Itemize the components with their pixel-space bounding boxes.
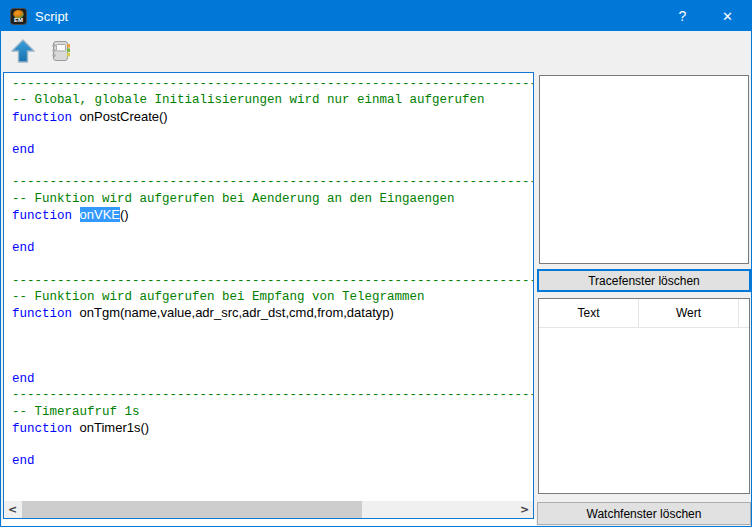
code-lines: ----------------------------------------… <box>4 73 533 501</box>
code-line: -- Funktion wird aufgerufen bei Aenderun… <box>12 191 533 207</box>
watch-column-wert[interactable]: Wert <box>639 299 739 327</box>
code-line <box>12 338 533 354</box>
code-line <box>12 322 533 338</box>
code-line <box>12 437 533 453</box>
scroll-left-icon[interactable]: < <box>4 501 21 518</box>
code-segment: () <box>120 207 129 222</box>
code-segment: end <box>12 454 35 468</box>
titlebar: EM Script ? ✕ <box>1 1 751 31</box>
horizontal-scrollbar[interactable]: < > <box>4 501 533 518</box>
code-line: -- Timeraufruf 1s <box>12 404 533 420</box>
code-segment: function <box>12 111 80 125</box>
code-line: ----------------------------------------… <box>12 174 533 190</box>
toolbar <box>1 31 751 71</box>
code-line: ----------------------------------------… <box>12 387 533 403</box>
save-button[interactable] <box>46 37 74 65</box>
script-window: EM Script ? ✕ <box>0 0 752 527</box>
clear-trace-button[interactable]: Tracefenster löschen <box>537 269 751 292</box>
bottom-strip <box>2 519 536 527</box>
code-line: ----------------------------------------… <box>12 273 533 289</box>
code-editor[interactable]: ----------------------------------------… <box>3 72 534 519</box>
code-line: ----------------------------------------… <box>12 76 533 92</box>
code-line: end <box>12 453 533 469</box>
code-segment: end <box>12 143 35 157</box>
notebook-save-icon <box>47 38 73 64</box>
code-segment: onPostCreate() <box>80 109 168 124</box>
code-line <box>12 125 533 141</box>
code-line: end <box>12 240 533 256</box>
close-icon[interactable]: ✕ <box>705 1 750 31</box>
clear-watch-button[interactable]: Watchfenster löschen <box>537 502 751 525</box>
code-segment: function <box>12 307 80 321</box>
watch-column-text[interactable]: Text <box>539 299 639 327</box>
window-title: Script <box>35 9 68 24</box>
code-line: function onTgm(name,value,adr_src,adr_ds… <box>12 305 533 321</box>
code-line <box>12 256 533 272</box>
selected-text: onVKE <box>80 207 120 222</box>
scrollbar-thumb[interactable] <box>22 501 362 518</box>
code-line: end <box>12 371 533 387</box>
help-button[interactable]: ? <box>660 1 705 31</box>
code-line <box>12 355 533 371</box>
code-segment: end <box>12 372 35 386</box>
code-line: end <box>12 142 533 158</box>
watch-window[interactable]: Text Wert <box>538 298 750 494</box>
app-logo-icon: EM <box>10 8 27 25</box>
code-line: -- Funktion wird aufgerufen bei Empfang … <box>12 289 533 305</box>
up-arrow-button[interactable] <box>9 37 37 65</box>
code-line <box>12 224 533 240</box>
code-segment: onTimer1s() <box>80 420 150 435</box>
code-segment: onTgm(name,value,adr_src,adr_dst,cmd,fro… <box>80 305 394 320</box>
code-line: function onPostCreate() <box>12 109 533 125</box>
code-segment: function <box>12 422 80 436</box>
code-segment: function <box>12 209 80 223</box>
watch-header: Text Wert <box>539 299 749 328</box>
svg-text:EM: EM <box>14 17 23 23</box>
code-line <box>12 158 533 174</box>
code-line: -- Global, globale Initialisierungen wir… <box>12 92 533 108</box>
trace-window <box>539 75 749 264</box>
scroll-right-icon[interactable]: > <box>516 501 533 518</box>
up-arrow-icon <box>10 38 36 64</box>
code-line: function onTimer1s() <box>12 420 533 436</box>
code-line: function onVKE() <box>12 207 533 223</box>
code-segment: end <box>12 241 35 255</box>
